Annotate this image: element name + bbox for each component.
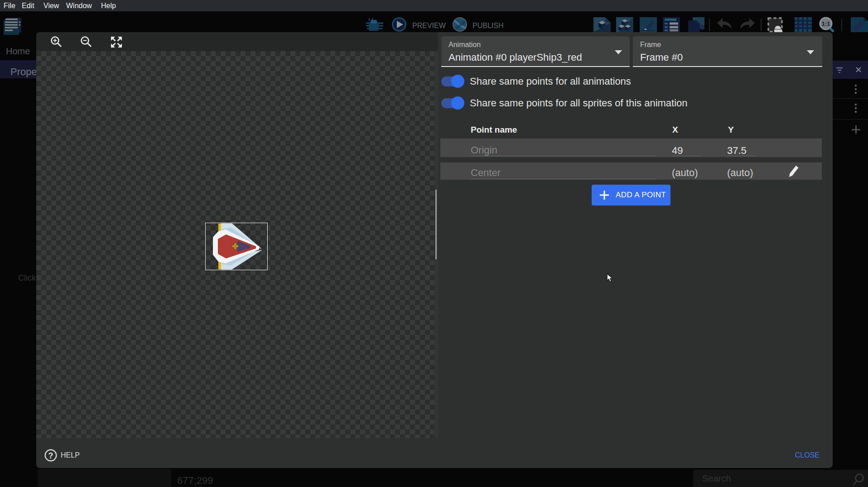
svg-text:?: ? [48, 451, 53, 460]
svg-text:1:1: 1:1 [822, 20, 830, 27]
